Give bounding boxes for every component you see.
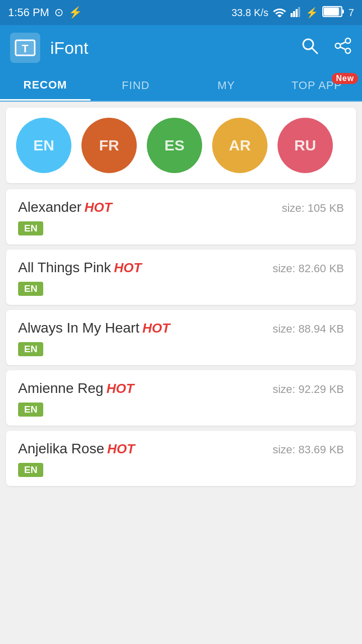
new-badge: New <box>332 73 358 84</box>
app-title: iFont <box>50 38 291 58</box>
usb-icon: ⚡ <box>68 6 82 19</box>
svg-point-11 <box>345 38 350 43</box>
tab-my[interactable]: MY <box>181 70 272 101</box>
lang-circle-es[interactable]: ES <box>147 118 202 173</box>
wifi-icon <box>273 6 287 20</box>
svg-rect-3 <box>298 7 300 17</box>
svg-rect-1 <box>293 11 295 17</box>
svg-rect-5 <box>324 8 339 16</box>
tab-recom-label: RECOM <box>24 78 67 92</box>
tab-topapp-label: TOP APP New <box>292 79 342 92</box>
font-lang-2: EN <box>18 342 43 356</box>
language-section: EN FR ES AR RU <box>6 108 356 183</box>
search-icon[interactable] <box>301 37 319 59</box>
svg-rect-0 <box>291 13 293 17</box>
hot-label-3: HOT <box>107 381 134 396</box>
hot-label-2: HOT <box>142 320 170 336</box>
svg-text:T: T <box>22 42 29 55</box>
font-name-0: Alexander <box>18 199 81 215</box>
lang-circle-ar[interactable]: AR <box>212 118 267 173</box>
lang-circle-ru[interactable]: RU <box>278 118 333 173</box>
svg-rect-2 <box>296 9 298 17</box>
font-lang-4: EN <box>18 463 43 477</box>
share-icon[interactable] <box>334 37 352 59</box>
font-size-1: size: 82.60 KB <box>273 262 344 275</box>
font-lang-1: EN <box>18 282 43 296</box>
app-logo: T <box>10 33 40 63</box>
font-item-1[interactable]: All Things Pink HOT size: 82.60 KB EN <box>6 250 356 305</box>
font-item-3[interactable]: Amienne Reg HOT size: 92.29 KB EN <box>6 370 356 426</box>
battery-container <box>322 6 344 20</box>
tab-find-label: FIND <box>122 79 149 92</box>
battery-level: 7 <box>348 7 354 19</box>
network-speed: 33.8 K/s <box>231 7 268 19</box>
font-name-2: Always In My Heart <box>18 320 139 336</box>
font-list: Alexander HOT size: 105 KB EN All Things… <box>0 189 362 486</box>
font-item-0[interactable]: Alexander HOT size: 105 KB EN <box>6 189 356 245</box>
svg-line-15 <box>340 47 346 50</box>
signal-icon <box>291 6 302 20</box>
location-icon: ⊙ <box>54 6 63 19</box>
tab-recom[interactable]: RECOM <box>0 70 90 101</box>
status-right: 33.8 K/s ⚡ 7 <box>231 6 354 20</box>
status-bar: 1:56 PM ⊙ ⚡ 33.8 K/s ⚡ 7 <box>0 0 362 25</box>
font-name-3: Amienne Reg <box>18 380 104 396</box>
app-bar-actions <box>301 37 352 59</box>
font-name-1: All Things Pink <box>18 260 111 276</box>
time: 1:56 PM <box>8 6 49 19</box>
nav-tabs: RECOM FIND MY TOP APP New <box>0 70 362 102</box>
svg-point-13 <box>335 43 340 48</box>
svg-point-12 <box>345 48 350 53</box>
font-name-4: Anjelika Rose <box>18 441 104 457</box>
hot-label-4: HOT <box>107 441 135 457</box>
status-left: 1:56 PM ⊙ ⚡ <box>8 6 82 19</box>
font-lang-3: EN <box>18 403 43 417</box>
svg-line-10 <box>312 48 317 53</box>
font-item-2[interactable]: Always In My Heart HOT size: 88.94 KB EN <box>6 310 356 365</box>
tab-find[interactable]: FIND <box>90 70 181 101</box>
svg-rect-6 <box>342 10 344 14</box>
font-size-3: size: 92.29 KB <box>273 383 344 396</box>
charging-icon: ⚡ <box>306 7 318 19</box>
lang-circle-en[interactable]: EN <box>16 118 71 173</box>
font-size-0: size: 105 KB <box>282 202 344 215</box>
font-lang-0: EN <box>18 221 43 235</box>
hot-label-0: HOT <box>84 200 112 215</box>
font-item-4[interactable]: Anjelika Rose HOT size: 83.69 KB EN <box>6 431 356 486</box>
svg-line-14 <box>340 42 346 45</box>
tab-my-label: MY <box>218 79 235 92</box>
tab-topapp[interactable]: TOP APP New <box>272 70 362 101</box>
app-bar: T iFont <box>0 25 362 70</box>
font-size-4: size: 83.69 KB <box>273 443 344 456</box>
lang-circle-fr[interactable]: FR <box>81 118 137 173</box>
hot-label-1: HOT <box>114 260 142 276</box>
font-size-2: size: 88.94 KB <box>273 323 344 336</box>
